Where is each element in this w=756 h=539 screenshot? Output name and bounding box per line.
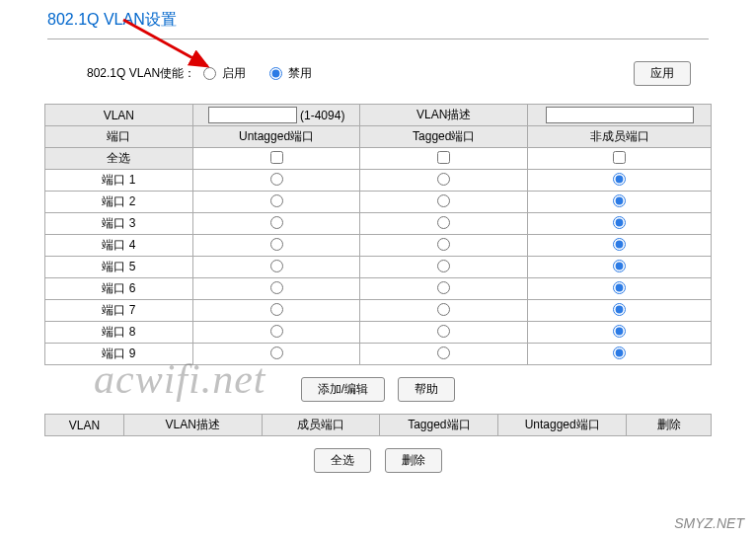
port-untagged-radio[interactable] [270, 303, 283, 316]
port-nonmember-radio[interactable] [613, 325, 626, 338]
port-label: 端口 6 [45, 278, 193, 300]
help-button[interactable]: 帮助 [398, 377, 455, 402]
port-tagged-radio[interactable] [437, 303, 450, 316]
port-nonmember-radio[interactable] [613, 238, 626, 251]
vlan-desc-input[interactable] [546, 107, 694, 123]
port-tagged-radio[interactable] [437, 216, 450, 229]
list-col-delete: 删除 [627, 415, 712, 436]
port-untagged-radio[interactable] [270, 194, 283, 207]
port-nonmember-radio[interactable] [613, 303, 626, 316]
add-edit-button[interactable]: 添加/编辑 [301, 377, 385, 402]
port-label: 端口 9 [45, 344, 193, 365]
port-untagged-radio[interactable] [270, 281, 283, 294]
select-all-untagged[interactable] [270, 151, 283, 164]
table-row: 端口 1 [45, 170, 712, 192]
port-label: 端口 1 [45, 170, 193, 192]
select-all-nonmember[interactable] [613, 151, 626, 164]
enable-off-radio[interactable] [269, 67, 282, 80]
table-row: 端口 9 [45, 344, 712, 365]
list-col-vlan: VLAN [45, 415, 124, 436]
port-tagged-radio[interactable] [437, 346, 450, 359]
port-nonmember-radio[interactable] [613, 194, 626, 207]
enable-on-radio[interactable] [203, 67, 216, 80]
table-row: 端口 7 [45, 300, 712, 322]
port-tagged-radio[interactable] [437, 194, 450, 207]
port-tagged-radio[interactable] [437, 325, 450, 338]
port-label: 端口 8 [45, 322, 193, 344]
port-tagged-radio[interactable] [437, 238, 450, 251]
port-label: 端口 2 [45, 192, 193, 213]
list-col-tagged: Tagged端口 [380, 415, 498, 436]
enable-label: 802.1Q VLAN使能： [87, 65, 195, 82]
select-all-label: 全选 [45, 148, 193, 170]
vlan-list-table: VLAN VLAN描述 成员端口 Tagged端口 Untagged端口 删除 [44, 414, 712, 436]
port-untagged-radio[interactable] [270, 216, 283, 229]
select-all-button[interactable]: 全选 [314, 448, 371, 473]
port-untagged-radio[interactable] [270, 173, 283, 186]
col-nonmember-header: 非成员端口 [528, 126, 712, 148]
col-untagged-header: Untagged端口 [192, 126, 360, 148]
enable-off-label: 禁用 [288, 65, 312, 82]
col-vlan-header: VLAN [45, 105, 193, 126]
port-tagged-radio[interactable] [437, 260, 450, 272]
port-label: 端口 5 [45, 257, 193, 278]
table-row: 端口 2 [45, 192, 712, 213]
port-label: 端口 3 [45, 213, 193, 235]
select-all-tagged[interactable] [437, 151, 450, 164]
page-title: 802.1Q VLAN设置 [0, 0, 756, 38]
col-vlanid-header: (1-4094) [192, 105, 360, 126]
vlan-config-table: VLAN (1-4094) VLAN描述 端口 Untagged端口 Tagge… [44, 104, 712, 365]
table-row: 端口 6 [45, 278, 712, 300]
table-row: 端口 5 [45, 257, 712, 278]
select-all-row: 全选 [45, 148, 712, 170]
col-port-header: 端口 [45, 126, 193, 148]
port-tagged-radio[interactable] [437, 173, 450, 186]
enable-row: 802.1Q VLAN使能： 启用 禁用 应用 [0, 39, 756, 104]
port-nonmember-radio[interactable] [613, 260, 626, 272]
col-desc-input-cell [528, 105, 712, 126]
port-tagged-radio[interactable] [437, 281, 450, 294]
port-nonmember-radio[interactable] [613, 216, 626, 229]
table-row: 端口 3 [45, 213, 712, 235]
list-col-untagged: Untagged端口 [498, 415, 627, 436]
vlan-id-hint: (1-4094) [300, 109, 344, 122]
enable-radio-group: 启用 禁用 [203, 65, 332, 82]
port-label: 端口 4 [45, 235, 193, 257]
watermark-bottom: SMYZ.NET [674, 515, 744, 531]
port-untagged-radio[interactable] [270, 346, 283, 359]
vlan-id-input[interactable] [208, 107, 297, 123]
port-nonmember-radio[interactable] [613, 281, 626, 294]
port-untagged-radio[interactable] [270, 325, 283, 338]
port-label: 端口 7 [45, 300, 193, 322]
table-row: 端口 8 [45, 322, 712, 344]
table-row: 端口 4 [45, 235, 712, 257]
col-desc-header: VLAN描述 [360, 105, 528, 126]
action-row: 添加/编辑 帮助 [0, 377, 756, 402]
port-untagged-radio[interactable] [270, 238, 283, 251]
port-nonmember-radio[interactable] [613, 346, 626, 359]
list-col-member: 成员端口 [262, 415, 380, 436]
apply-button[interactable]: 应用 [634, 61, 691, 86]
list-col-desc: VLAN描述 [123, 415, 262, 436]
col-tagged-header: Tagged端口 [360, 126, 528, 148]
port-nonmember-radio[interactable] [613, 173, 626, 186]
enable-on-label: 启用 [222, 65, 246, 82]
delete-button[interactable]: 删除 [385, 448, 442, 473]
bottom-row: 全选 删除 [0, 448, 756, 473]
port-untagged-radio[interactable] [270, 260, 283, 272]
